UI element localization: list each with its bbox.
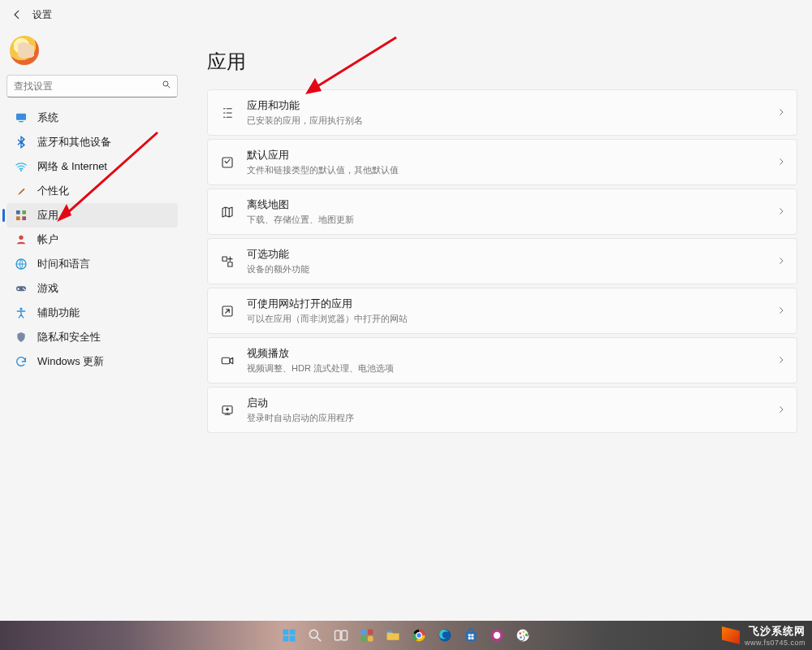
setting-card-apps-features[interactable]: 应用和功能已安装的应用，应用执行别名 bbox=[207, 89, 797, 136]
setting-card-video[interactable]: 视频播放视频调整、HDR 流式处理、电池选项 bbox=[207, 337, 797, 384]
svg-rect-34 bbox=[368, 636, 374, 642]
svg-rect-18 bbox=[222, 358, 230, 364]
taskbar-qq-icon[interactable] bbox=[486, 625, 508, 646]
setting-card-desc: 已安装的应用，应用执行别名 bbox=[247, 115, 363, 127]
svg-point-3 bbox=[20, 170, 22, 171]
svg-rect-45 bbox=[471, 637, 473, 639]
svg-point-47 bbox=[494, 632, 500, 639]
taskbar-widgets-icon[interactable] bbox=[356, 625, 378, 646]
chevron-right-icon bbox=[777, 206, 785, 218]
chevron-right-icon bbox=[777, 256, 785, 267]
setting-card-optional[interactable]: 可选功能设备的额外功能 bbox=[207, 238, 797, 284]
sidebar-item-label: 隐私和安全性 bbox=[37, 330, 101, 344]
user-avatar[interactable] bbox=[10, 36, 39, 65]
offline-maps-icon bbox=[219, 205, 235, 219]
svg-point-49 bbox=[519, 632, 521, 635]
svg-point-11 bbox=[23, 288, 24, 289]
taskbar-taskview-icon[interactable] bbox=[330, 625, 352, 646]
svg-rect-27 bbox=[290, 636, 296, 642]
default-apps-icon bbox=[219, 155, 235, 170]
setting-card-title: 可选功能 bbox=[247, 247, 309, 262]
setting-card-default-apps[interactable]: 默认应用文件和链接类型的默认值，其他默认值 bbox=[207, 139, 797, 185]
chevron-right-icon bbox=[777, 306, 785, 317]
setting-card-title: 离线地图 bbox=[247, 197, 354, 212]
refresh-icon bbox=[15, 355, 28, 368]
sidebar-item-apps[interactable]: 应用 bbox=[6, 203, 178, 228]
sidebar-item-privacy[interactable]: 隐私和安全性 bbox=[6, 325, 178, 349]
main-pane: 应用 应用和功能已安装的应用，应用执行别名默认应用文件和链接类型的默认值，其他默… bbox=[183, 29, 812, 621]
startup-icon bbox=[219, 403, 235, 418]
watermark-logo bbox=[722, 626, 740, 644]
setting-card-title: 应用和功能 bbox=[247, 98, 363, 113]
sidebar-item-update[interactable]: Windows 更新 bbox=[6, 349, 178, 374]
svg-rect-2 bbox=[19, 121, 23, 122]
svg-rect-41 bbox=[465, 632, 476, 641]
svg-rect-1 bbox=[16, 114, 26, 120]
sidebar-item-a11y[interactable]: 辅助功能 bbox=[6, 301, 178, 325]
sidebar-item-network[interactable]: 网络 & Internet bbox=[6, 154, 178, 179]
setting-card-title: 可使用网站打开的应用 bbox=[247, 297, 408, 311]
taskbar-start-icon[interactable] bbox=[278, 625, 300, 646]
setting-card-offline-maps[interactable]: 离线地图下载、存储位置、地图更新 bbox=[207, 188, 797, 235]
svg-rect-5 bbox=[22, 210, 26, 214]
taskbar-chrome-icon[interactable] bbox=[408, 625, 430, 646]
taskbar-paint-icon[interactable] bbox=[512, 625, 534, 646]
svg-rect-4 bbox=[16, 210, 20, 214]
sidebar-item-system[interactable]: 系统 bbox=[6, 106, 178, 130]
svg-rect-31 bbox=[361, 630, 367, 635]
svg-rect-26 bbox=[283, 636, 289, 642]
gamepad-icon bbox=[15, 282, 28, 295]
sidebar-item-label: 游戏 bbox=[37, 281, 58, 296]
taskbar-edge-icon[interactable] bbox=[434, 625, 456, 646]
sidebar-item-time[interactable]: 时间和语言 bbox=[6, 252, 178, 276]
monitor-icon bbox=[15, 111, 28, 124]
setting-card-desc: 可以在应用（而非浏览器）中打开的网站 bbox=[247, 313, 408, 325]
setting-card-desc: 视频调整、HDR 流式处理、电池选项 bbox=[247, 362, 394, 375]
svg-rect-44 bbox=[469, 637, 471, 639]
svg-point-13 bbox=[20, 308, 23, 310]
sidebar-item-personalize[interactable]: 个性化 bbox=[6, 179, 178, 203]
sidebar-item-label: 系统 bbox=[37, 110, 58, 125]
svg-point-0 bbox=[163, 81, 168, 86]
sidebar-item-label: Windows 更新 bbox=[37, 354, 104, 369]
watermark-title: 飞沙系统网 bbox=[749, 624, 806, 639]
nav-list: 系统蓝牙和其他设备网络 & Internet个性化应用帐户时间和语言游戏辅助功能… bbox=[6, 106, 178, 374]
setting-card-website-apps[interactable]: 可使用网站打开的应用可以在应用（而非浏览器）中打开的网站 bbox=[207, 288, 797, 334]
svg-rect-35 bbox=[387, 630, 393, 633]
taskbar-explorer-icon[interactable] bbox=[382, 625, 404, 646]
svg-rect-30 bbox=[342, 630, 348, 640]
svg-point-50 bbox=[523, 631, 525, 634]
video-icon bbox=[219, 353, 235, 368]
svg-rect-15 bbox=[222, 257, 227, 261]
setting-card-startup[interactable]: 启动登录时自动启动的应用程序 bbox=[207, 387, 797, 433]
sidebar-item-accounts[interactable]: 帐户 bbox=[6, 228, 178, 252]
setting-card-title: 默认应用 bbox=[247, 148, 399, 162]
setting-card-desc: 设备的额外功能 bbox=[247, 263, 309, 275]
chevron-right-icon bbox=[777, 157, 785, 168]
back-button[interactable] bbox=[5, 2, 29, 27]
sidebar-item-label: 蓝牙和其他设备 bbox=[37, 135, 111, 150]
svg-rect-7 bbox=[22, 216, 26, 220]
svg-rect-16 bbox=[228, 262, 232, 266]
watermark-url: www.fs0745.com bbox=[745, 639, 806, 647]
setting-card-title: 视频播放 bbox=[247, 346, 394, 361]
taskbar-search-icon[interactable] bbox=[304, 625, 326, 646]
svg-rect-32 bbox=[368, 630, 374, 635]
globe-icon bbox=[15, 258, 28, 271]
sidebar-item-gaming[interactable]: 游戏 bbox=[6, 276, 178, 301]
svg-point-8 bbox=[19, 236, 23, 240]
svg-rect-25 bbox=[290, 630, 296, 635]
sidebar-item-bluetooth[interactable]: 蓝牙和其他设备 bbox=[6, 130, 178, 154]
access-icon bbox=[15, 306, 28, 319]
apps-features-icon bbox=[219, 106, 235, 120]
search-input[interactable] bbox=[6, 75, 178, 98]
taskbar-store-icon[interactable] bbox=[460, 625, 482, 646]
watermark: 飞沙系统网 www.fs0745.com bbox=[745, 624, 806, 647]
person-icon bbox=[15, 233, 28, 246]
search-container bbox=[6, 75, 178, 98]
wifi-icon bbox=[15, 160, 28, 173]
setting-card-title: 启动 bbox=[247, 396, 354, 410]
search-icon bbox=[162, 80, 171, 92]
apps-icon bbox=[15, 209, 28, 222]
brush-icon bbox=[15, 184, 28, 197]
